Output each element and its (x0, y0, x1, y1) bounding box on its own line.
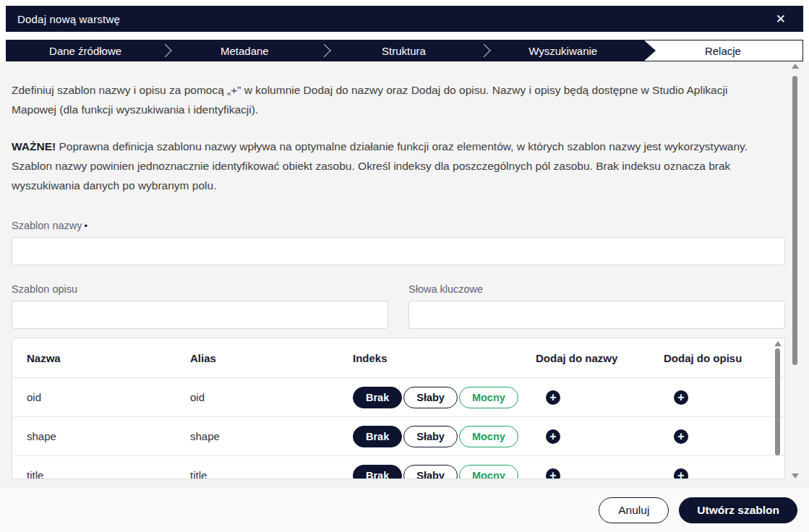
field-alias: shape (190, 430, 353, 442)
description-template-field: Szablon opisu (12, 265, 388, 329)
modal-title: Dodaj nową warstwę (17, 13, 120, 25)
index-option-slaby[interactable]: Słaby (403, 426, 458, 447)
description-template-input[interactable] (12, 301, 388, 329)
index-option-slaby[interactable]: Słaby (403, 465, 458, 480)
important-rest: Poprawna definicja szablonu nazwy wpływa… (12, 140, 748, 192)
col-header-indeks: Indeks (353, 352, 536, 364)
field-alias: title (190, 469, 353, 479)
tab-label: Relacje (705, 45, 741, 57)
index-toggle-group: Brak Słaby Mocny (353, 465, 536, 480)
name-template-label: Szablon nazwy• (12, 220, 797, 231)
important-paragraph: WAŻNE! Poprawna definicja szablonu nazwy… (12, 137, 771, 195)
close-button[interactable]: ✕ (769, 10, 793, 28)
field-alias: oid (190, 391, 353, 403)
index-option-mocny[interactable]: Mocny (459, 465, 518, 480)
index-option-mocny[interactable]: Mocny (459, 387, 518, 408)
modal-content: Zdefiniuj szablon nazwy i opisu za pomoc… (0, 61, 809, 487)
col-header-nazwa: Nazwa (27, 352, 190, 364)
page-scrollbar[interactable] (792, 64, 799, 483)
scroll-down-icon[interactable] (792, 473, 799, 479)
col-header-dodaj-do-opisu: Dodaj do opisu (664, 352, 760, 364)
description-template-label: Szablon opisu (12, 283, 388, 295)
required-dot: • (85, 220, 88, 231)
table-header-row: Nazwa Alias Indeks Dodaj do nazwy Dodaj … (12, 338, 784, 378)
index-toggle-group: Brak Słaby Mocny (353, 387, 536, 408)
intro-paragraph: Zdefiniuj szablon nazwy i opisu za pomoc… (12, 61, 771, 119)
index-toggle-group: Brak Słaby Mocny (353, 426, 536, 447)
fields-table: Nazwa Alias Indeks Dodaj do nazwy Dodaj … (12, 338, 785, 479)
page-scrollbar-thumb[interactable] (792, 76, 797, 365)
index-option-slaby[interactable]: Słaby (403, 387, 458, 408)
close-icon: ✕ (776, 12, 786, 26)
col-header-alias: Alias (190, 352, 353, 364)
add-to-name-button[interactable]: + (546, 429, 560, 444)
add-to-name-button[interactable]: + (546, 390, 560, 405)
important-lead: WAŻNE! (12, 140, 56, 153)
table-scrollbar-thumb[interactable] (775, 348, 780, 455)
table-row: oid oid Brak Słaby Mocny + + (12, 378, 784, 417)
field-name: shape (27, 430, 190, 442)
tab-wyszukiwanie[interactable]: Wyszukiwanie (484, 40, 643, 61)
tab-label: Wyszukiwanie (528, 45, 597, 57)
index-option-brak[interactable]: Brak (353, 426, 402, 447)
two-column-fields: Szablon opisu Słowa kluczowe (12, 265, 797, 329)
modal-footer: Anuluj Utwórz szablon (0, 487, 809, 532)
index-option-mocny[interactable]: Mocny (459, 426, 518, 447)
tab-dane-zrodlowe[interactable]: Dane źródłowe (6, 40, 165, 61)
keywords-label: Słowa kluczowe (408, 283, 785, 295)
tab-label: Metadane (221, 45, 269, 57)
table-row: shape shape Brak Słaby Mocny + + (12, 417, 784, 456)
tab-label: Struktura (382, 45, 426, 57)
add-to-description-button[interactable]: + (674, 429, 688, 444)
active-tab-arrow-icon (643, 40, 656, 61)
label-text: Szablon nazwy (12, 220, 82, 231)
table-scrollbar[interactable] (774, 341, 782, 477)
cancel-button[interactable]: Anuluj (599, 497, 669, 523)
tab-metadane[interactable]: Metadane (165, 40, 324, 61)
keywords-field: Słowa kluczowe (408, 265, 785, 329)
tab-struktura[interactable]: Struktura (324, 40, 483, 61)
add-to-description-button[interactable]: + (674, 468, 688, 480)
scroll-up-icon[interactable] (774, 341, 782, 346)
keywords-input[interactable] (408, 301, 785, 329)
scroll-up-icon[interactable] (792, 64, 799, 69)
wizard-step-bar: Dane źródłowe Metadane Struktura Wyszuki… (6, 40, 803, 61)
col-header-dodaj-do-nazwy: Dodaj do nazwy (536, 352, 664, 364)
field-name: title (27, 469, 190, 479)
add-to-description-button[interactable]: + (674, 390, 688, 405)
modal-frame: Dodaj nową warstwę ✕ Dane źródłowe Metad… (0, 0, 809, 61)
create-template-button[interactable]: Utwórz szablon (679, 497, 797, 523)
field-name: oid (27, 391, 190, 403)
tab-relacje-active[interactable]: Relacje (643, 40, 803, 61)
add-to-name-button[interactable]: + (546, 468, 560, 480)
tab-label: Dane źródłowe (49, 45, 121, 57)
add-layer-modal: Dodaj nową warstwę ✕ Dane źródłowe Metad… (0, 0, 809, 532)
name-template-input[interactable] (12, 237, 785, 265)
table-row: title title Brak Słaby Mocny + + (12, 456, 784, 479)
modal-titlebar: Dodaj nową warstwę ✕ (6, 6, 803, 32)
index-option-brak[interactable]: Brak (353, 387, 402, 408)
index-option-brak[interactable]: Brak (353, 465, 402, 480)
